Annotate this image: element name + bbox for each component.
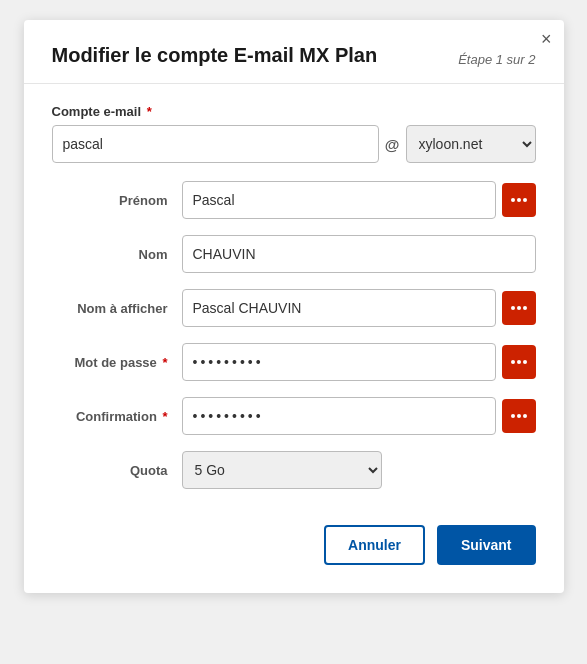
modal-footer: Annuler Suivant xyxy=(24,505,564,565)
nom-afficher-dots-button[interactable] xyxy=(502,291,536,325)
motdepasse-input-wrapper xyxy=(182,343,536,381)
prenom-row: Prénom xyxy=(52,181,536,219)
nom-input[interactable] xyxy=(182,235,536,273)
email-input[interactable] xyxy=(52,125,379,163)
nom-row: Nom xyxy=(52,235,536,273)
suivant-button[interactable]: Suivant xyxy=(437,525,536,565)
close-button[interactable]: × xyxy=(541,30,552,48)
nom-input-wrapper xyxy=(182,235,536,273)
quota-select[interactable]: 5 Go 10 Go 25 Go 50 Go 100 Go xyxy=(182,451,382,489)
domain-select[interactable]: xyloon.net xyxy=(406,125,536,163)
motdepasse-input[interactable] xyxy=(182,343,496,381)
nom-afficher-label: Nom à afficher xyxy=(52,301,182,316)
modal-title: Modifier le compte E-mail MX Plan xyxy=(52,44,378,67)
nom-label: Nom xyxy=(52,247,182,262)
modal-body: Compte e-mail * @ xyloon.net Prénom xyxy=(24,104,564,489)
motdepasse-label: Mot de passe * xyxy=(52,355,182,370)
prenom-dots-button[interactable] xyxy=(502,183,536,217)
confirmation-input[interactable] xyxy=(182,397,496,435)
prenom-input-wrapper xyxy=(182,181,536,219)
annuler-button[interactable]: Annuler xyxy=(324,525,425,565)
at-symbol: @ xyxy=(385,136,400,153)
email-label: Compte e-mail * xyxy=(52,104,536,119)
prenom-label: Prénom xyxy=(52,193,182,208)
confirmation-row: Confirmation * xyxy=(52,397,536,435)
prenom-input[interactable] xyxy=(182,181,496,219)
nom-afficher-input[interactable] xyxy=(182,289,496,327)
modal-container: × Modifier le compte E-mail MX Plan Étap… xyxy=(24,20,564,593)
modal-step: Étape 1 sur 2 xyxy=(458,52,535,67)
motdepasse-dots-button[interactable] xyxy=(502,345,536,379)
confirmation-dots-button[interactable] xyxy=(502,399,536,433)
quota-label: Quota xyxy=(52,463,182,478)
nom-afficher-row: Nom à afficher xyxy=(52,289,536,327)
motdepasse-row: Mot de passe * xyxy=(52,343,536,381)
confirmation-input-wrapper xyxy=(182,397,536,435)
email-row: @ xyloon.net xyxy=(52,125,536,163)
modal-header: Modifier le compte E-mail MX Plan Étape … xyxy=(24,20,564,84)
quota-input-wrapper: 5 Go 10 Go 25 Go 50 Go 100 Go xyxy=(182,451,536,489)
email-section: Compte e-mail * @ xyloon.net xyxy=(52,104,536,163)
confirmation-label: Confirmation * xyxy=(52,409,182,424)
quota-row: Quota 5 Go 10 Go 25 Go 50 Go 100 Go xyxy=(52,451,536,489)
nom-afficher-input-wrapper xyxy=(182,289,536,327)
